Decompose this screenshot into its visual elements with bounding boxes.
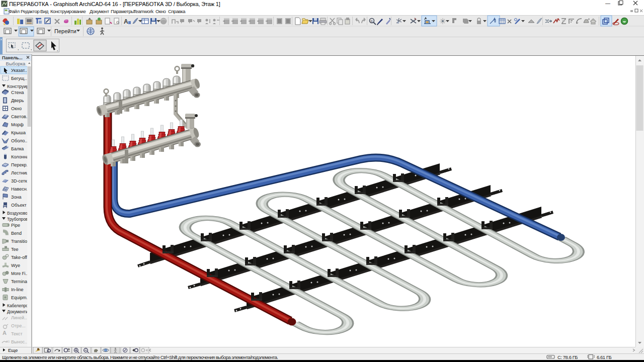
svg-text:Воздуховод: Воздуховод bbox=[7, 211, 30, 216]
svg-text:Светов...: Светов... bbox=[11, 114, 30, 119]
svg-text:Wye: Wye bbox=[11, 263, 20, 268]
svg-text:Указат...: Указат... bbox=[11, 68, 28, 73]
svg-text:Балка: Балка bbox=[11, 146, 24, 151]
svg-text:Стена: Стена bbox=[11, 90, 24, 95]
svg-text:Кабелепров: Кабелепров bbox=[7, 303, 31, 308]
svg-text:Бегущ...: Бегущ... bbox=[11, 76, 28, 81]
svg-text:In-line: In-line bbox=[11, 287, 24, 292]
svg-text:Bend: Bend bbox=[11, 231, 22, 236]
svg-text:Документир: Документир bbox=[7, 309, 31, 314]
svg-text:Оболо...: Оболо... bbox=[11, 138, 29, 143]
svg-text:A1: A1 bbox=[6, 340, 10, 343]
svg-text:Панель...: Панель... bbox=[2, 55, 23, 60]
svg-text:Линей...: Линей... bbox=[11, 315, 28, 320]
svg-text:Transition: Transition bbox=[11, 239, 30, 244]
svg-text:Зона: Зона bbox=[11, 195, 21, 200]
svg-text:Колонна: Колонна bbox=[11, 154, 29, 159]
svg-text:Выборка: Выборка bbox=[6, 61, 26, 66]
svg-text:Окно: Окно bbox=[11, 106, 22, 111]
svg-text:Tee: Tee bbox=[11, 247, 19, 252]
svg-text:Отре...: Отре... bbox=[11, 323, 26, 328]
svg-text:More Fi...: More Fi... bbox=[11, 271, 29, 276]
svg-text:Объект: Объект bbox=[11, 203, 27, 208]
svg-text:Текст: Текст bbox=[11, 331, 23, 336]
svg-text:Крыша: Крыша bbox=[11, 130, 26, 135]
svg-text:Дверь: Дверь bbox=[11, 98, 24, 103]
svg-text:3D-сетка: 3D-сетка bbox=[11, 178, 30, 184]
svg-text:Еще: Еще bbox=[8, 347, 18, 353]
svg-text:Морф: Морф bbox=[11, 122, 24, 127]
svg-text:Take-off: Take-off bbox=[11, 255, 27, 260]
svg-text:A: A bbox=[3, 330, 7, 336]
svg-text:Конструир: Конструир bbox=[7, 84, 29, 89]
svg-text:Трубопрово: Трубопрово bbox=[7, 217, 30, 222]
svg-text:Pipe: Pipe bbox=[11, 223, 20, 228]
svg-text:Вынос...: Вынос... bbox=[11, 339, 28, 344]
svg-text:Terminal: Terminal bbox=[11, 279, 28, 284]
